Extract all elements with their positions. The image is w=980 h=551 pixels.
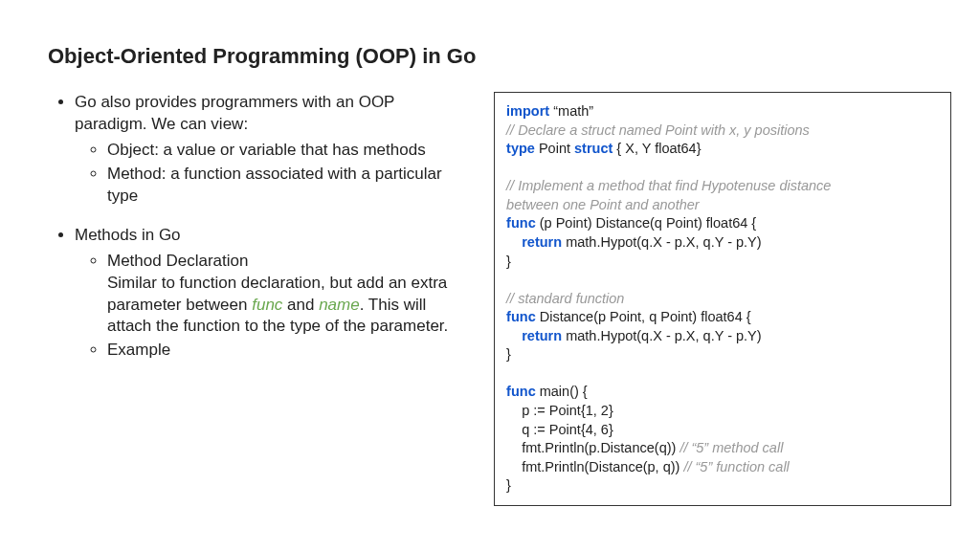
code-text: } <box>506 346 511 362</box>
code-text <box>506 234 522 250</box>
comment: // “5” method call <box>679 440 783 455</box>
code-text: fmt.Println(p.Distance(q)) <box>506 440 679 455</box>
code-text: fmt.Println(Distance(p, q)) <box>506 459 683 474</box>
code-text: { X, Y float64} <box>612 141 701 156</box>
code-text: (p Point) Distance(q Point) float64 { <box>536 215 757 231</box>
keyword: func <box>506 384 536 399</box>
keyword: struct <box>574 141 612 156</box>
comment: // “5” function call <box>683 459 789 474</box>
code-text <box>506 328 522 343</box>
left-column: Go also provides programmers with an OOP… <box>48 92 471 379</box>
list-item: Object: a value or variable that has met… <box>107 140 471 162</box>
comment: between one Point and another <box>506 197 700 212</box>
keyword: type <box>506 141 535 156</box>
bullet-text: Methods in Go <box>75 226 181 244</box>
list-item: Go also provides programmers with an OOP… <box>75 92 471 208</box>
sub-list: Object: a value or variable that has met… <box>75 140 471 208</box>
keyword-name: name <box>319 296 360 314</box>
code-text: math.Hypot(q.X - p.X, q.Y - p.Y) <box>562 328 761 343</box>
keyword: return <box>522 328 562 343</box>
code-text: } <box>506 253 511 269</box>
keyword: import <box>506 103 549 119</box>
bullet-text: Go also provides programmers with an OOP… <box>75 93 394 133</box>
sub-list: Method Declaration Similar to function d… <box>75 251 471 363</box>
code-text: p := Point{1, 2} <box>506 403 613 418</box>
keyword: func <box>506 215 536 231</box>
sub-text: and <box>282 296 319 314</box>
code-text: } <box>506 477 511 493</box>
code-text: Distance(p Point, q Point) float64 { <box>536 309 751 324</box>
comment: // Implement a method that find Hypotenu… <box>506 178 831 193</box>
comment: // Declare a struct named Point with x, … <box>506 122 810 138</box>
code-text: q := Point{4, 6} <box>506 422 613 437</box>
keyword: func <box>506 309 536 324</box>
list-item: Example <box>107 340 471 362</box>
bullet-list: Go also provides programmers with an OOP… <box>48 92 471 362</box>
comment: // standard function <box>506 291 624 306</box>
list-item: Methods in Go Method Declaration Similar… <box>75 225 471 363</box>
code-text: math.Hypot(q.X - p.X, q.Y - p.Y) <box>562 234 761 250</box>
slide-title: Object-Oriented Programming (OOP) in Go <box>48 44 951 69</box>
code-block: import “math” // Declare a struct named … <box>494 92 951 506</box>
code-text: “math” <box>549 103 593 119</box>
content-columns: Go also provides programmers with an OOP… <box>48 92 951 506</box>
code-text: Point <box>535 141 574 156</box>
list-item: Method: a function associated with a par… <box>107 164 471 208</box>
sub-head: Method Declaration <box>107 252 248 270</box>
code-text: main() { <box>536 384 588 399</box>
slide: Object-Oriented Programming (OOP) in Go … <box>0 0 980 551</box>
keyword-func: func <box>252 296 282 314</box>
keyword: return <box>522 234 562 250</box>
list-item: Method Declaration Similar to function d… <box>107 251 471 339</box>
